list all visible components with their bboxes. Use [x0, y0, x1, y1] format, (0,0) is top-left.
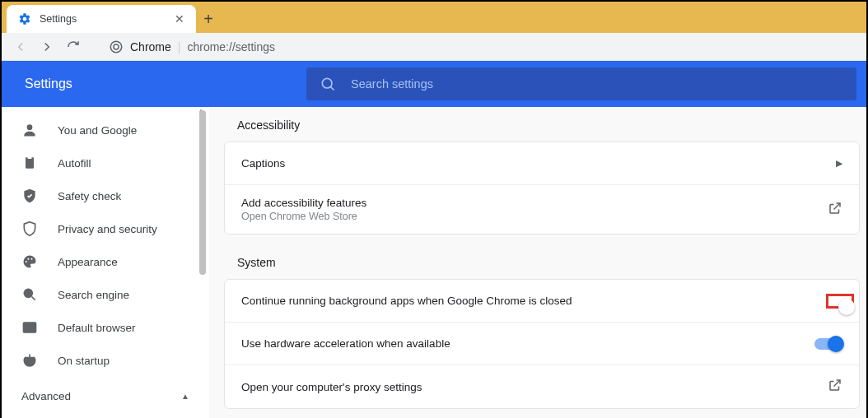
back-button[interactable] — [13, 39, 28, 54]
sidebar-item-label: Autofill — [58, 157, 91, 170]
browser-window: Settings ✕ + Chrome | chrome://settings … — [0, 0, 868, 418]
close-icon[interactable]: ✕ — [175, 12, 184, 26]
sidebar-item-on-startup[interactable]: On startup — [2, 344, 209, 377]
sidebar-item-privacy[interactable]: Privacy and security — [2, 212, 209, 245]
sidebar-item-label: You and Google — [58, 124, 137, 137]
url-origin: Chrome — [130, 40, 171, 53]
sidebar-item-label: On startup — [58, 355, 110, 367]
proxy-row[interactable]: Open your computer's proxy settings — [225, 365, 859, 408]
settings-content: Accessibility Captions ▶ Add accessibili… — [209, 107, 866, 418]
search-input[interactable] — [351, 77, 843, 91]
sidebar-item-autofill[interactable]: Autofill — [2, 146, 209, 179]
chevron-up-icon: ▲ — [181, 392, 189, 401]
advanced-label: Advanced — [21, 390, 71, 402]
chrome-icon — [109, 39, 124, 54]
window-icon — [21, 319, 38, 336]
sidebar-item-label: Privacy and security — [58, 223, 157, 235]
settings-header: Settings — [2, 61, 866, 107]
power-icon — [21, 352, 38, 369]
sidebar-item-label: Appearance — [58, 256, 118, 268]
person-icon — [21, 122, 38, 138]
sidebar-item-label: Safety check — [58, 190, 121, 202]
system-card: Continue running background apps when Go… — [224, 279, 860, 409]
sidebar-advanced-toggle[interactable]: Advanced ▲ — [2, 377, 209, 411]
browser-toolbar: Chrome | chrome://settings — [2, 33, 866, 61]
sidebar-item-you-and-google[interactable]: You and Google — [2, 114, 209, 146]
svg-point-1 — [114, 44, 119, 49]
hardware-accel-toggle[interactable] — [814, 338, 842, 350]
svg-point-3 — [27, 124, 33, 130]
sidebar-item-appearance[interactable]: Appearance — [2, 245, 209, 278]
section-title-accessibility: Accessibility — [224, 118, 860, 142]
search-icon — [320, 76, 336, 92]
search-icon — [21, 286, 38, 303]
page-title: Settings — [2, 77, 306, 91]
svg-point-6 — [26, 261, 27, 262]
chevron-right-icon: ▶ — [836, 158, 842, 169]
sidebar-item-default-browser[interactable]: Default browser — [2, 311, 209, 344]
svg-rect-10 — [24, 323, 36, 332]
forward-button[interactable] — [40, 39, 54, 54]
settings-body: ▲ You and Google Autofill Safety check P… — [2, 107, 866, 418]
sidebar-item-search-engine[interactable]: Search engine — [2, 278, 209, 311]
captions-row[interactable]: Captions ▶ — [225, 142, 859, 185]
accessibility-card: Captions ▶ Add accessibility features Op… — [224, 142, 860, 235]
sidebar: ▲ You and Google Autofill Safety check P… — [2, 107, 209, 418]
external-link-icon — [828, 378, 842, 396]
gear-icon — [18, 12, 31, 26]
clipboard-icon — [21, 155, 38, 171]
row-label: Use hardware acceleration when available — [241, 337, 450, 350]
row-label: Add accessibility features — [241, 197, 366, 209]
address-bar[interactable]: Chrome | chrome://settings — [109, 39, 275, 54]
highlight-callout — [826, 294, 854, 309]
svg-point-8 — [31, 258, 33, 260]
add-accessibility-row[interactable]: Add accessibility features Open Chrome W… — [225, 185, 859, 234]
row-label: Captions — [241, 157, 285, 170]
shield-check-icon — [21, 188, 38, 204]
external-link-icon — [828, 201, 842, 219]
svg-rect-5 — [28, 156, 32, 159]
sidebar-item-label: Search engine — [58, 289, 129, 301]
search-settings[interactable] — [306, 67, 856, 100]
svg-rect-4 — [26, 157, 34, 168]
row-label: Continue running background apps when Go… — [241, 295, 572, 307]
reload-button[interactable] — [66, 39, 81, 54]
tab-title: Settings — [40, 13, 77, 25]
scrollbar-thumb[interactable] — [199, 110, 206, 275]
section-title-system: System — [224, 256, 860, 279]
shield-icon — [21, 221, 38, 237]
hardware-accel-row[interactable]: Use hardware acceleration when available — [225, 323, 859, 365]
row-sublabel: Open Chrome Web Store — [241, 211, 366, 222]
url-path: chrome://settings — [187, 40, 275, 53]
palette-icon — [21, 253, 38, 270]
svg-point-2 — [322, 78, 332, 88]
background-apps-row[interactable]: Continue running background apps when Go… — [225, 280, 859, 323]
tab-strip: Settings ✕ + — [2, 2, 866, 33]
row-label: Open your computer's proxy settings — [241, 381, 422, 393]
sidebar-item-label: Default browser — [58, 322, 136, 334]
browser-tab-settings[interactable]: Settings ✕ — [7, 5, 196, 33]
svg-point-9 — [24, 289, 32, 297]
svg-point-7 — [27, 258, 29, 260]
url-separator: | — [178, 40, 181, 53]
new-tab-button[interactable]: + — [196, 5, 221, 33]
sidebar-item-safety-check[interactable]: Safety check — [2, 179, 209, 212]
